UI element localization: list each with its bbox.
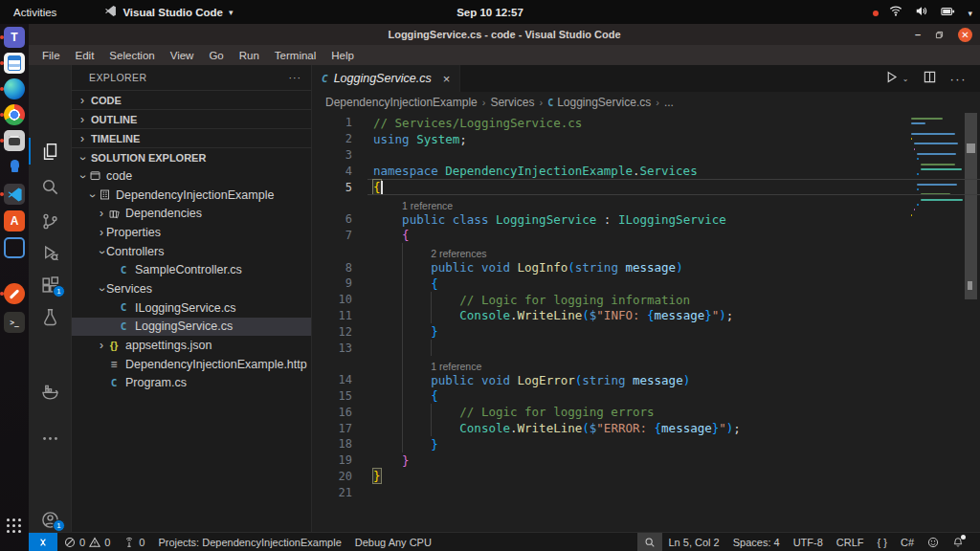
dock-item-teams[interactable]: T — [4, 27, 25, 48]
breadcrumb-item[interactable]: CLoggingService.cs — [547, 96, 651, 109]
code-line-19[interactable]: 19 } — [312, 452, 980, 469]
code-line-3[interactable]: 3 — [312, 147, 980, 164]
more-actions-icon[interactable]: ··· — [289, 72, 302, 83]
status-projects[interactable]: Projects: DependencyInjectionExample — [151, 533, 347, 551]
codelens-label[interactable]: 1 reference — [402, 200, 453, 211]
dock-item-do-not-disturb[interactable] — [4, 283, 25, 304]
tree-item-samplecontroller-cs[interactable]: CSampleController.cs — [72, 260, 311, 279]
code-line-5[interactable]: 5{ — [312, 179, 980, 195]
dock-item-vscode[interactable] — [4, 184, 25, 205]
dock-item-word-document[interactable] — [4, 53, 25, 74]
menu-help[interactable]: Help — [323, 50, 362, 61]
code-line-11[interactable]: 11 Console.WriteLine($"INFO: {message}")… — [312, 308, 980, 324]
app-menu[interactable]: Visual Studio Code ▾ — [104, 5, 233, 19]
tree-item-services[interactable]: ›Services — [72, 279, 311, 298]
activitybar-docker[interactable] — [29, 378, 72, 407]
codelens[interactable]: 2 references — [312, 243, 980, 259]
tree-item-program-cs[interactable]: CProgram.cs — [72, 374, 311, 393]
run-dropdown-icon[interactable]: ⌄ — [902, 75, 909, 83]
tree-item-dependencies[interactable]: ›Dependencies — [72, 204, 311, 223]
codelens-label[interactable]: 1 reference — [431, 361, 481, 372]
code-line-9[interactable]: 9 { — [312, 276, 980, 292]
code-line-20[interactable]: 20} — [312, 469, 980, 485]
tree-item-properties[interactable]: ›Properties — [72, 223, 311, 242]
restore-button[interactable] — [934, 30, 945, 40]
menu-terminal[interactable]: Terminal — [267, 50, 323, 61]
breadcrumb-item[interactable]: ... — [664, 96, 674, 109]
code-line-12[interactable]: 12 } — [312, 323, 980, 340]
status-zoom-indicator[interactable] — [637, 533, 662, 551]
tree-item-iloggingservice-cs[interactable]: CILoggingService.cs — [72, 298, 311, 318]
tree-item-appsettings-json[interactable]: ›{}appsettings.json — [72, 336, 311, 355]
section-solution-explorer[interactable]: ›SOLUTION EXPLORER — [72, 147, 311, 166]
code-line-1[interactable]: 1// Services/LoggingService.cs — [312, 115, 980, 131]
code-line-17[interactable]: 17 Console.WriteLine($"ERROR: {message}"… — [312, 420, 980, 436]
breadcrumb-item[interactable]: DependencyInjectionExample — [325, 96, 478, 109]
breadcrumb-item[interactable]: Services — [490, 96, 534, 109]
code-line-10[interactable]: 10 // Logic for logging information — [312, 292, 980, 308]
clock[interactable]: Sep 10 12:57 — [457, 7, 523, 18]
code-line-8[interactable]: 8 public void LogInfo(string message) — [312, 259, 980, 276]
activitybar-extensions[interactable]: 1 — [29, 271, 72, 299]
status-encoding[interactable]: UTF-8 — [787, 533, 830, 551]
code-line-21[interactable]: 21 — [312, 484, 980, 500]
code-line-13[interactable]: 13 — [312, 340, 980, 356]
dock-item-files-app[interactable] — [4, 130, 25, 151]
section-code[interactable]: ›CODE — [72, 90, 311, 109]
tree-item-dependencyinjectionexample-http[interactable]: ≡DependencyInjectionExample.http — [72, 355, 311, 374]
titlebar[interactable]: LoggingService.cs - code - Visual Studio… — [29, 24, 980, 45]
section-outline[interactable]: ›OUTLINE — [72, 109, 311, 128]
status-build-config[interactable]: Debug Any CPU — [348, 533, 438, 551]
tree-item-loggingservice-cs[interactable]: CLoggingService.cs — [72, 318, 311, 337]
minimize-button[interactable]: – — [915, 29, 921, 40]
status-language-status[interactable]: { } — [871, 533, 894, 551]
menu-selection[interactable]: Selection — [101, 50, 162, 61]
tree-item-controllers[interactable]: ›Controllers — [72, 242, 311, 261]
dock-item-terminal-app[interactable]: >_ — [4, 312, 25, 333]
status-cursor-position[interactable]: Ln 5, Col 2 — [662, 533, 726, 551]
close-button[interactable]: ✕ — [958, 28, 972, 42]
show-applications-button[interactable] — [4, 516, 25, 537]
menu-go[interactable]: Go — [201, 50, 231, 61]
codelens[interactable]: 1 reference — [312, 356, 980, 372]
status-indentation[interactable]: Spaces: 4 — [726, 533, 787, 551]
code-line-7[interactable]: 7 { — [312, 228, 980, 244]
activitybar-testing[interactable] — [29, 302, 72, 331]
menu-file[interactable]: File — [34, 50, 68, 61]
code-line-14[interactable]: 14 public void LogError(string message) — [312, 372, 980, 388]
code-line-6[interactable]: 6 public class LoggingService : ILogging… — [312, 211, 980, 228]
code-editor[interactable]: 1// Services/LoggingService.cs2using Sys… — [312, 113, 980, 532]
more-actions-icon[interactable]: ··· — [950, 72, 968, 86]
split-editor-button[interactable] — [923, 70, 937, 88]
dock-item-screenshot-tool[interactable] — [4, 237, 25, 258]
tree-item-code[interactable]: ›code — [72, 166, 311, 186]
dock-item-chrome[interactable] — [4, 104, 25, 125]
activitybar-source-control[interactable] — [29, 207, 72, 235]
run-button[interactable] — [884, 70, 899, 88]
dock-item-edge[interactable] — [4, 78, 25, 99]
status-language-mode[interactable]: C# — [894, 533, 921, 551]
menu-run[interactable]: Run — [232, 50, 267, 61]
status-ports[interactable]: 0 — [117, 533, 151, 551]
code-line-16[interactable]: 16 // Logic for logging errors — [312, 404, 980, 420]
activities-button[interactable]: Activities — [0, 7, 70, 18]
activitybar-more[interactable] — [29, 424, 72, 452]
code-line-18[interactable]: 18 } — [312, 436, 980, 452]
close-tab-icon[interactable]: × — [443, 72, 451, 86]
dock-item-app-center[interactable]: A — [4, 210, 25, 231]
code-line-15[interactable]: 15 { — [312, 388, 980, 405]
menu-edit[interactable]: Edit — [68, 50, 102, 61]
section-timeline[interactable]: ›TIMELINE — [72, 128, 311, 147]
menu-view[interactable]: View — [163, 50, 202, 61]
dock-item-people-app[interactable] — [4, 156, 25, 177]
activitybar-explorer[interactable] — [29, 137, 72, 165]
activitybar-search[interactable] — [29, 172, 72, 201]
activitybar-run-debug[interactable] — [29, 238, 72, 267]
tree-item-dependencyinjectionexample[interactable]: ›DependencyInjectionExample — [72, 186, 311, 205]
code-line-2[interactable]: 2using System; — [312, 131, 980, 147]
status-eol[interactable]: CRLF — [830, 533, 871, 551]
activitybar-accounts[interactable]: 1 — [29, 505, 72, 534]
system-tray[interactable]: ▾ — [877, 5, 972, 19]
code-line-4[interactable]: 4namespace DependencyInjectionExample.Se… — [312, 163, 980, 179]
status-feedback[interactable] — [921, 533, 946, 551]
